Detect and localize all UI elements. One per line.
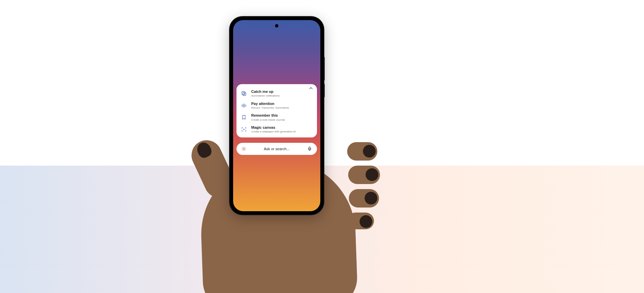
action-pay-attention[interactable]: Pay attention Record. Transcribe. Summar… [236,100,317,112]
search-placeholder: Ask or search... [247,147,307,151]
action-title: Catch me up [251,89,312,94]
action-title: Remember this [251,113,312,118]
cards-icon [240,90,247,97]
action-subtitle: Create a wallpaper with generative AI [251,130,312,133]
action-title: Magic canvas [251,125,312,130]
collapse-button[interactable] [308,85,314,91]
svg-point-7 [243,148,245,150]
search-bar[interactable]: Ask or search... [236,143,317,155]
action-title: Pay attention [251,101,312,106]
action-remember-this[interactable]: Remember this Create a note inside Journ… [236,111,317,123]
action-panel: Catch me up Summarize notifications [236,84,317,137]
phone-frame: Catch me up Summarize notifications [230,17,324,215]
svg-rect-8 [309,147,310,149]
camera-notch [275,24,278,27]
action-subtitle: Summarize notifications [251,94,312,98]
settings-icon[interactable] [241,146,247,152]
sparkle-frame-icon [240,126,247,133]
phone-screen: Catch me up Summarize notifications [233,20,320,211]
action-catch-me-up[interactable]: Catch me up Summarize notifications [236,87,317,100]
bookmark-icon [240,114,247,121]
action-magic-canvas[interactable]: Magic canvas Create a wallpaper with gen… [236,123,317,135]
action-subtitle: Create a note inside Journal [251,118,312,122]
chevron-up-icon [309,87,313,89]
action-subtitle: Record. Transcribe. Summarize. [251,106,312,110]
mic-icon[interactable] [307,146,312,152]
waveform-icon [240,102,247,109]
